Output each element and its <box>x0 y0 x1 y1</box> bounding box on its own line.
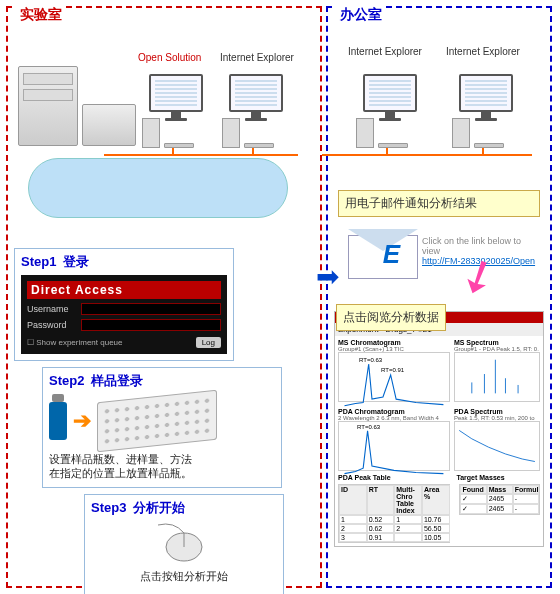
show-queue-label: Show experiment queue <box>36 338 122 347</box>
open-solution-label: Open Solution <box>138 52 201 63</box>
vial-icon <box>49 402 67 440</box>
table-row: ✓2465- <box>460 494 539 504</box>
step3-title: 分析开始 <box>133 500 185 515</box>
pda-peak-table: ID RT Multi-Chro Table Index Area % 10.5… <box>338 484 450 543</box>
ms-chrom-title: MS Chromatogram <box>338 339 450 346</box>
table-row: 10.52110.76 <box>339 515 449 524</box>
arrow-icon: ➔ <box>73 408 91 434</box>
target-masses-table: Found Mass Formula ✓2465- ✓2465- <box>459 484 540 515</box>
office-title: 办公室 <box>336 6 386 24</box>
sample-rack-icon <box>97 390 217 453</box>
table-row: 20.62256.50 <box>339 524 449 533</box>
lab-panel: 实验室 Open Solution Internet Explorer Step… <box>6 6 322 588</box>
office-toprow: Internet Explorer Internet Explorer <box>334 26 544 166</box>
email-click-text: Click on the link below to view <box>422 236 540 256</box>
network-line <box>482 148 484 156</box>
table-row: 30.9110.05 <box>339 533 449 542</box>
username-input[interactable] <box>81 303 221 315</box>
ms-chromatogram-plot: RT=0.63 RT=0.91 <box>338 352 450 402</box>
th: Multi-Chro Table Index <box>394 485 422 515</box>
hplc-instrument-icon <box>18 66 78 146</box>
ms-instrument-icon <box>82 104 136 146</box>
step2-label: Step2 <box>49 373 84 388</box>
th: Found <box>460 485 486 494</box>
lab-pc-2 <box>224 74 288 148</box>
th: Area % <box>422 485 450 515</box>
read-data-tag: 点击阅览分析数据 <box>336 304 446 331</box>
step3-box: Step3 分析开始 点击按钮分析开始 <box>84 494 284 594</box>
network-line <box>322 154 532 156</box>
ie-label-2: Internet Explorer <box>348 46 422 57</box>
step2-box: Step2 样品登录 ➔ 设置样品瓶数、进样量、方法 在指定的位置上放置样品瓶。 <box>42 367 282 488</box>
lab-title: 实验室 <box>16 6 66 24</box>
th: ID <box>339 485 367 515</box>
password-label: Password <box>27 320 81 330</box>
password-input[interactable] <box>81 319 221 331</box>
office-pc-2 <box>454 74 518 148</box>
login-header: Direct Access <box>27 281 221 299</box>
peak-label: RT=0.91 <box>381 367 404 373</box>
cloud-icon <box>28 158 288 218</box>
mouse-icon <box>154 523 214 563</box>
envelope-icon: E <box>338 229 418 279</box>
step1-label: Step1 <box>21 254 56 269</box>
th: Formula <box>513 485 539 494</box>
ms-spectrum-plot <box>454 352 540 402</box>
office-pc-1 <box>358 74 422 148</box>
flow-arrow-icon: ➡ <box>316 260 339 293</box>
peak-label: RT=0.63 <box>357 424 380 430</box>
network-line <box>172 148 174 156</box>
email-notify-tag: 用电子邮件通知分析结果 <box>338 190 540 217</box>
office-panel: 办公室 Internet Explorer Internet Explorer … <box>326 6 552 588</box>
network-line <box>386 148 388 156</box>
ie-label-1: Internet Explorer <box>220 52 294 63</box>
step1-title: 登录 <box>63 254 89 269</box>
step2-title: 样品登录 <box>91 373 143 388</box>
username-label: Username <box>27 304 81 314</box>
lab-pc-1 <box>144 74 208 148</box>
step2-desc-2: 在指定的位置上放置样品瓶。 <box>49 466 275 480</box>
step3-caption: 点击按钮分析开始 <box>91 569 277 583</box>
sample-tray-graphic: ➔ <box>49 396 275 446</box>
ie-label-3: Internet Explorer <box>446 46 520 57</box>
target-masses-title: Target Masses <box>456 474 543 481</box>
step2-desc-1: 设置样品瓶数、进样量、方法 <box>49 452 275 466</box>
pda-spec-title: PDA Spectrum <box>454 408 540 415</box>
show-queue-checkbox[interactable]: ☐ Show experiment queue <box>27 338 123 347</box>
network-line <box>252 148 254 156</box>
e-glyph: E <box>383 239 400 270</box>
pda-spectrum-plot <box>454 421 540 471</box>
th: Mass <box>487 485 513 494</box>
lab-toprow: Open Solution Internet Explorer <box>14 26 314 176</box>
step1-box: Step1 登录 Direct Access Username Password… <box>14 248 234 361</box>
login-button[interactable]: Log <box>196 337 221 348</box>
login-panel: Direct Access Username Password ☐ Show e… <box>21 275 227 354</box>
table-row: ✓2465- <box>460 504 539 514</box>
th: RT <box>367 485 395 515</box>
peak-label: RT=0.63 <box>359 357 382 363</box>
ms-spec-title: MS Spectrum <box>454 339 540 346</box>
pda-chromatogram-plot: RT=0.63 <box>338 421 450 471</box>
results-window: ... ... ... Experiment - Drugs_T #21 MS … <box>334 311 544 547</box>
network-line <box>104 154 298 156</box>
pda-chrom-title: PDA Chromatogram <box>338 408 450 415</box>
step3-label: Step3 <box>91 500 126 515</box>
